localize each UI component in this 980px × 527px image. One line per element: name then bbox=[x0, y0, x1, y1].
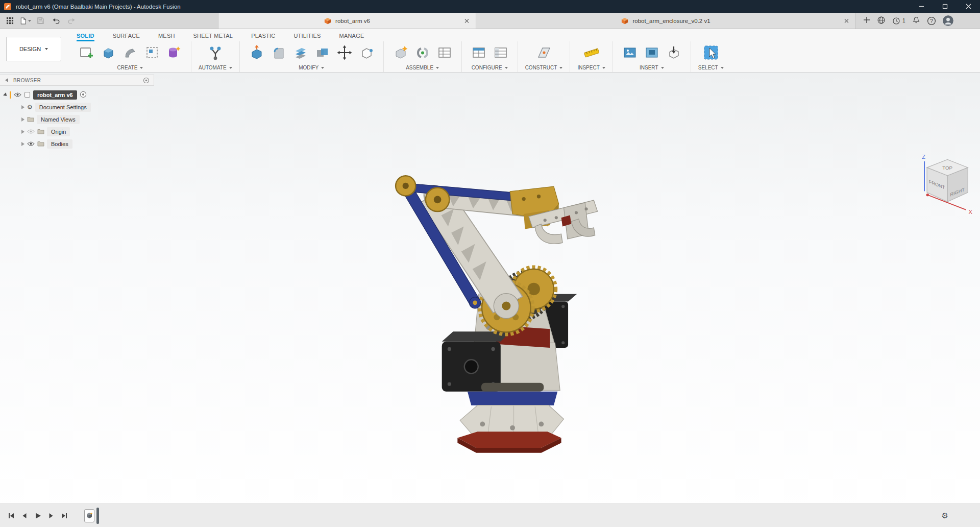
model-base[interactable] bbox=[457, 383, 564, 453]
tab-plastic[interactable]: PLASTIC bbox=[251, 33, 275, 41]
browser-item-label[interactable]: Bodies bbox=[47, 139, 72, 149]
form-button[interactable] bbox=[164, 43, 184, 62]
expand-icon[interactable] bbox=[21, 117, 24, 122]
group-dropdown-configure[interactable]: CONFIGURE bbox=[472, 65, 508, 70]
insert-canvas-button[interactable] bbox=[620, 43, 640, 62]
pattern-icon bbox=[144, 44, 160, 61]
visibility-eye-icon[interactable] bbox=[27, 141, 35, 148]
collapse-panel-icon[interactable] bbox=[5, 78, 8, 82]
browser-root-row[interactable]: robot_arm v6 bbox=[0, 89, 154, 101]
configuration-vars-button[interactable] bbox=[491, 43, 510, 62]
model-gripper[interactable] bbox=[510, 186, 597, 244]
tab-close-button[interactable] bbox=[463, 17, 471, 25]
expand-icon[interactable] bbox=[21, 142, 24, 146]
automate-button[interactable] bbox=[206, 43, 225, 62]
configuration-table-icon bbox=[471, 44, 487, 61]
browser-item-label[interactable]: Named Views bbox=[37, 115, 80, 124]
group-dropdown-select[interactable]: SELECT bbox=[698, 65, 724, 70]
group-dropdown-construct[interactable]: CONSTRUCT bbox=[525, 65, 563, 70]
play-button[interactable] bbox=[32, 510, 43, 521]
expand-icon[interactable] bbox=[21, 105, 24, 109]
browser-item-label[interactable]: Document Settings bbox=[35, 103, 91, 112]
tab-mesh[interactable]: MESH bbox=[158, 33, 175, 41]
new-component-button[interactable] bbox=[391, 43, 410, 62]
expand-icon[interactable] bbox=[3, 92, 8, 98]
measure-icon bbox=[583, 44, 600, 61]
visibility-eye-icon[interactable] bbox=[14, 92, 21, 99]
canvas-image-icon bbox=[622, 44, 638, 61]
create-sketch-button[interactable] bbox=[77, 43, 96, 62]
construction-plane-button[interactable] bbox=[534, 43, 554, 62]
combine-button[interactable] bbox=[313, 43, 332, 62]
step-back-button[interactable] bbox=[18, 510, 30, 521]
user-avatar[interactable] bbox=[943, 15, 953, 26]
activate-component-radio[interactable] bbox=[80, 91, 87, 99]
bom-button[interactable] bbox=[435, 43, 454, 62]
sweep-button[interactable] bbox=[120, 43, 140, 62]
browser-item-bodies[interactable]: Bodies bbox=[0, 138, 154, 150]
browser-options-button[interactable] bbox=[143, 77, 150, 84]
document-tab-active[interactable]: robot_arm v6 bbox=[218, 13, 476, 29]
insert-decal-button[interactable] bbox=[642, 43, 662, 62]
new-tab-button[interactable] bbox=[863, 16, 870, 25]
fillet-button[interactable] bbox=[269, 43, 288, 62]
undo-button[interactable] bbox=[49, 14, 63, 28]
press-pull-button[interactable] bbox=[247, 43, 266, 62]
chevron-down-icon bbox=[28, 20, 31, 22]
save-button[interactable] bbox=[34, 14, 47, 28]
pattern-button[interactable] bbox=[142, 43, 162, 62]
model-left-motor[interactable] bbox=[442, 331, 511, 392]
group-dropdown-modify[interactable]: MODIFY bbox=[299, 65, 324, 70]
tab-solid[interactable]: SOLID bbox=[77, 33, 94, 41]
group-dropdown-create[interactable]: CREATE bbox=[117, 65, 143, 70]
visibility-eye-off-icon[interactable] bbox=[27, 129, 35, 135]
timeline-playhead[interactable] bbox=[96, 508, 99, 524]
browser-item-origin[interactable]: Origin bbox=[0, 126, 154, 138]
offset-face-button[interactable] bbox=[357, 43, 376, 62]
tab-manage[interactable]: MANAGE bbox=[339, 33, 364, 41]
go-to-start-button[interactable] bbox=[5, 510, 17, 521]
measure-button[interactable] bbox=[582, 43, 601, 62]
timeline-settings-button[interactable]: ⚙ bbox=[942, 512, 948, 519]
group-dropdown-assemble[interactable]: ASSEMBLE bbox=[406, 65, 439, 70]
browser-title: BROWSER bbox=[13, 78, 41, 83]
job-status-button[interactable]: 1 bbox=[892, 17, 905, 25]
tab-sheet-metal[interactable]: SHEET METAL bbox=[193, 33, 233, 41]
extensions-globe-button[interactable] bbox=[877, 16, 886, 26]
notifications-button[interactable] bbox=[912, 16, 920, 26]
group-dropdown-inspect[interactable]: INSPECT bbox=[577, 65, 605, 70]
browser-item-named-views[interactable]: Named Views bbox=[0, 113, 154, 126]
minimize-button[interactable] bbox=[910, 0, 933, 13]
document-tab-label: robot_arm v6 bbox=[335, 18, 370, 24]
go-to-end-button[interactable] bbox=[58, 510, 70, 521]
expand-icon[interactable] bbox=[21, 130, 24, 134]
browser-item-label[interactable]: Origin bbox=[47, 127, 70, 136]
folder-icon bbox=[37, 129, 44, 135]
browser-item-document-settings[interactable]: ⚙ Document Settings bbox=[0, 101, 154, 113]
app-grid-button[interactable] bbox=[3, 14, 17, 28]
extrude-button[interactable] bbox=[99, 43, 118, 62]
joint-button[interactable] bbox=[413, 43, 432, 62]
workspace-selector[interactable]: DESIGN bbox=[6, 37, 61, 61]
move-button[interactable] bbox=[335, 43, 354, 62]
tab-surface[interactable]: SURFACE bbox=[113, 33, 140, 41]
timeline-feature-marker[interactable] bbox=[84, 509, 94, 522]
select-button[interactable] bbox=[701, 43, 721, 62]
file-menu-button[interactable] bbox=[18, 14, 32, 28]
help-button[interactable]: ? bbox=[927, 16, 936, 26]
document-tab-inactive[interactable]: robot_arm_enclosure_v0.2 v1 bbox=[476, 13, 856, 29]
group-dropdown-automate[interactable]: AUTOMATE bbox=[199, 65, 232, 70]
group-dropdown-insert[interactable]: INSERT bbox=[640, 65, 664, 70]
shell-button[interactable] bbox=[291, 43, 310, 62]
view-cube[interactable]: Z TOP FRONT RIGHT X bbox=[919, 153, 978, 216]
insert-mesh-button[interactable] bbox=[664, 43, 683, 62]
group-modify: MODIFY bbox=[240, 41, 384, 72]
redo-button[interactable] bbox=[64, 14, 78, 28]
tab-utilities[interactable]: UTILITIES bbox=[293, 33, 321, 41]
configuration-table-button[interactable] bbox=[469, 43, 488, 62]
tab-close-button[interactable] bbox=[843, 17, 850, 25]
maximize-button[interactable] bbox=[933, 0, 957, 13]
close-button[interactable] bbox=[957, 0, 980, 13]
browser-root-label[interactable]: robot_arm v6 bbox=[33, 90, 77, 100]
step-forward-button[interactable] bbox=[45, 510, 57, 521]
